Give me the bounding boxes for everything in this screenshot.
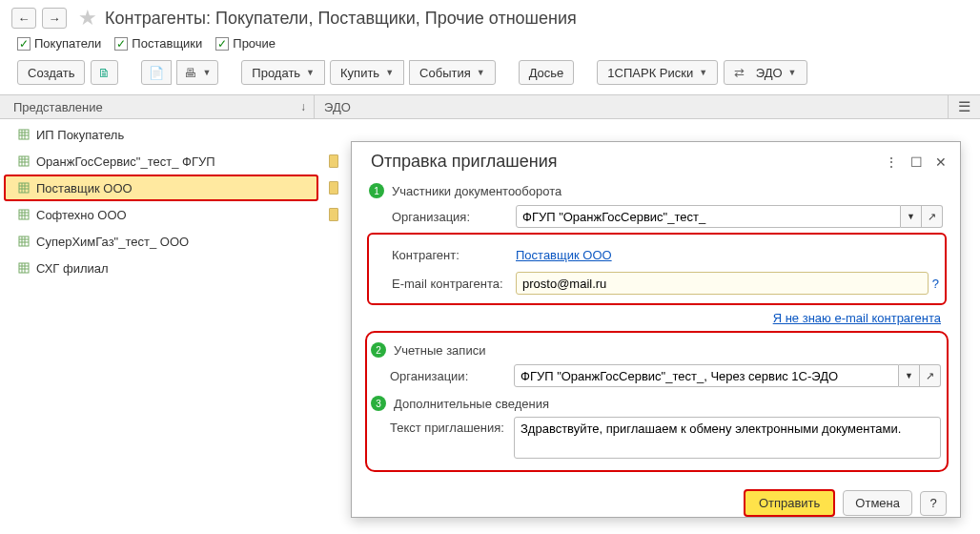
create-from-template-button[interactable]: 🗎 bbox=[91, 60, 118, 85]
svg-rect-15 bbox=[19, 210, 29, 219]
buy-button[interactable]: Купить▼ bbox=[330, 60, 404, 85]
org-input[interactable] bbox=[516, 205, 901, 228]
step-2-label: Учетные записи bbox=[394, 343, 485, 358]
help-button[interactable]: ? bbox=[920, 491, 947, 516]
unknown-email-link[interactable]: Я не знаю e-mail контрагента bbox=[773, 311, 941, 325]
send-button[interactable]: Отправить bbox=[744, 489, 835, 517]
invite-text-label: Текст приглашения: bbox=[390, 417, 514, 435]
step-3-label: Дополнительные сведения bbox=[394, 397, 549, 411]
accounts-dropdown-button[interactable]: ▼ bbox=[899, 364, 920, 387]
row-name: Софтехно ООО bbox=[36, 208, 127, 222]
filter-suppliers-label: Поставщики bbox=[132, 36, 202, 51]
printer-icon: 🖶 bbox=[184, 66, 196, 80]
row-name: ИП Покупатель bbox=[36, 128, 124, 142]
chevron-down-icon: ▼ bbox=[477, 68, 485, 77]
building-icon bbox=[17, 154, 31, 168]
dossier-button[interactable]: Досье bbox=[519, 60, 575, 85]
modal-close-icon[interactable]: ✕ bbox=[933, 154, 949, 170]
edo-flag-icon bbox=[329, 181, 338, 195]
filter-suppliers[interactable]: ✓ Поставщики bbox=[114, 36, 202, 51]
print-button[interactable]: 🖶▼ bbox=[176, 60, 218, 85]
chevron-down-icon: ▼ bbox=[385, 68, 394, 77]
sort-down-icon: ↓ bbox=[300, 100, 306, 113]
copy-icon: 📄 bbox=[149, 66, 164, 80]
org-dropdown-button[interactable]: ▼ bbox=[901, 205, 922, 228]
modal-title: Отправка приглашения bbox=[371, 152, 558, 172]
step-1-badge: 1 bbox=[369, 183, 384, 198]
filter-others[interactable]: ✓ Прочие bbox=[215, 36, 276, 51]
row-name: Поставщик ООО bbox=[36, 181, 133, 195]
building-icon bbox=[17, 208, 31, 221]
svg-rect-25 bbox=[19, 263, 29, 273]
checkbox-checked-icon: ✓ bbox=[215, 37, 229, 51]
favorite-star-icon[interactable]: ★ bbox=[78, 6, 97, 31]
step-2-badge: 2 bbox=[371, 342, 386, 358]
filter-buyers[interactable]: ✓ Покупатели bbox=[17, 36, 101, 51]
svg-rect-10 bbox=[19, 183, 29, 193]
step-1-label: Участники документооборота bbox=[392, 184, 561, 198]
chevron-down-icon: ▼ bbox=[202, 68, 211, 77]
accounts-open-button[interactable]: ↗ bbox=[920, 364, 941, 387]
document-plus-icon: 🗎 bbox=[98, 66, 111, 80]
email-help-icon[interactable]: ? bbox=[932, 277, 939, 291]
email-label: E-mail контрагента: bbox=[392, 277, 516, 291]
page-title: Контрагенты: Покупатели, Поставщики, Про… bbox=[105, 9, 577, 29]
counterparty-link[interactable]: Поставщик ООО bbox=[516, 248, 612, 262]
step-3-badge: 3 bbox=[371, 396, 386, 411]
checkbox-checked-icon: ✓ bbox=[17, 37, 31, 51]
list-options-button[interactable]: ☰ bbox=[948, 95, 980, 118]
org-open-button[interactable]: ↗ bbox=[922, 205, 943, 228]
create-label: Создать bbox=[28, 66, 74, 80]
cancel-button[interactable]: Отмена bbox=[843, 490, 912, 516]
column-header-edo[interactable]: ЭДО bbox=[324, 100, 351, 114]
svg-rect-20 bbox=[19, 236, 29, 246]
building-icon bbox=[17, 261, 31, 275]
org-label: Организация: bbox=[392, 210, 516, 224]
modal-more-icon[interactable]: ⋮ bbox=[884, 154, 899, 170]
sell-button[interactable]: Продать▼ bbox=[241, 60, 325, 85]
email-input[interactable] bbox=[516, 272, 929, 295]
row-name: СХГ филиал bbox=[36, 261, 109, 276]
building-icon bbox=[17, 235, 31, 248]
filter-others-label: Прочие bbox=[233, 36, 276, 51]
row-name: СуперХимГаз"_тест_ ООО bbox=[36, 235, 189, 249]
invitation-modal: Отправка приглашения ⋮ ☐ ✕ 1 Участники д… bbox=[351, 141, 961, 518]
svg-rect-5 bbox=[19, 156, 29, 166]
chevron-down-icon: ▼ bbox=[306, 68, 315, 77]
edo-flag-icon bbox=[329, 208, 338, 221]
create-button[interactable]: Создать bbox=[17, 60, 85, 85]
invite-text-input[interactable] bbox=[514, 417, 941, 459]
column-header-name[interactable]: Представление bbox=[13, 100, 103, 114]
nav-forward-button[interactable]: → bbox=[42, 8, 67, 29]
row-name: ОранжГосСервис"_тест_ ФГУП bbox=[36, 154, 215, 169]
counterparty-label: Контрагент: bbox=[392, 248, 516, 262]
edo-flag-icon bbox=[329, 154, 338, 168]
chevron-down-icon: ▼ bbox=[788, 68, 797, 77]
checkbox-checked-icon: ✓ bbox=[114, 37, 128, 51]
chevron-down-icon: ▼ bbox=[699, 68, 707, 77]
exchange-icon: ⇄ bbox=[734, 66, 745, 80]
edo-button[interactable]: ⇄ ЭДО▼ bbox=[724, 60, 806, 85]
modal-maximize-icon[interactable]: ☐ bbox=[909, 154, 924, 170]
events-button[interactable]: События▼ bbox=[409, 60, 496, 85]
copy-button[interactable]: 📄 bbox=[141, 60, 172, 85]
spark-risks-button[interactable]: 1СПАРК Риски▼ bbox=[597, 60, 718, 85]
building-icon bbox=[17, 128, 31, 141]
nav-back-button[interactable]: ← bbox=[11, 8, 36, 29]
filter-buyers-label: Покупатели bbox=[34, 36, 101, 51]
svg-rect-0 bbox=[19, 130, 29, 139]
accounts-label: Организации: bbox=[390, 369, 514, 383]
building-icon bbox=[17, 181, 31, 195]
accounts-input[interactable] bbox=[514, 364, 899, 387]
